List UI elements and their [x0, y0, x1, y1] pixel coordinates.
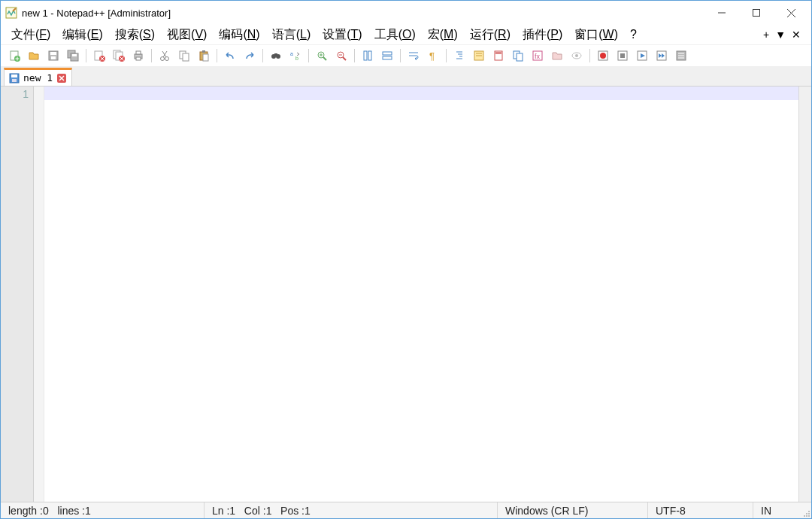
tab[interactable]: new 1	[4, 68, 72, 86]
menubar-overflow-button[interactable]: ▼	[775, 29, 786, 41]
folder-workspace-button[interactable]	[548, 47, 566, 65]
save-macro-icon	[675, 50, 687, 62]
redo-button[interactable]	[241, 47, 259, 65]
menu-settings[interactable]: 设置(T)	[317, 26, 368, 44]
menu-plugins[interactable]: 插件(P)	[517, 26, 568, 44]
svg-rect-51	[383, 56, 392, 59]
close-all-button[interactable]	[110, 47, 128, 65]
undo-button[interactable]	[221, 47, 239, 65]
tabbar: new 1	[1, 67, 811, 86]
close-file-button[interactable]	[90, 47, 108, 65]
menu-language[interactable]: 语言(L)	[266, 26, 317, 44]
udl-button[interactable]	[470, 47, 488, 65]
svg-point-27	[161, 57, 165, 61]
menu-file[interactable]: 文件(F)	[5, 26, 56, 44]
save-macro-button[interactable]	[672, 47, 690, 65]
menu-macro[interactable]: 宏(M)	[422, 26, 464, 44]
indent-guide-button[interactable]	[450, 47, 468, 65]
copy-button[interactable]	[175, 47, 193, 65]
menubar-close-tab-button[interactable]: ✕	[792, 29, 801, 41]
svg-rect-84	[12, 79, 17, 82]
titlebar: new 1 - Notepad++ [Administrator]	[1, 1, 811, 25]
replace-icon: ab	[289, 50, 301, 62]
resize-grip[interactable]	[798, 502, 811, 518]
maximize-button[interactable]	[739, 2, 774, 24]
monitoring-button[interactable]	[568, 47, 586, 65]
menu-search[interactable]: 搜索(S)	[109, 26, 161, 44]
tab-close-button[interactable]	[56, 73, 67, 83]
menubar-plus-button[interactable]: +	[763, 29, 769, 41]
print-button[interactable]	[129, 47, 147, 65]
svg-text:fx: fx	[535, 53, 541, 60]
svg-line-30	[162, 51, 166, 57]
menu-encoding[interactable]: 编码(N)	[213, 26, 265, 44]
open-button[interactable]	[25, 47, 43, 65]
svg-rect-62	[495, 52, 501, 54]
show-all-chars-button[interactable]: ¶	[424, 47, 442, 65]
folder-icon	[551, 50, 563, 62]
redo-icon	[244, 50, 256, 62]
function-list-button[interactable]: fx	[529, 47, 547, 65]
menu-edit[interactable]: 编辑(E)	[56, 26, 108, 44]
svg-rect-72	[620, 53, 625, 58]
svg-rect-14	[72, 54, 77, 56]
svg-rect-64	[517, 53, 523, 61]
svg-rect-26	[136, 57, 141, 60]
svg-point-68	[575, 54, 578, 57]
binoculars-icon	[270, 50, 282, 62]
play-macro-button[interactable]	[633, 47, 651, 65]
menu-window[interactable]: 窗口(W)	[568, 26, 624, 44]
status-eol[interactable]: Windows (CR LF)	[497, 502, 647, 518]
line-number-gutter: 1	[1, 86, 34, 502]
save-all-button[interactable]	[64, 47, 82, 65]
svg-rect-25	[136, 51, 141, 54]
paste-button[interactable]	[195, 47, 213, 65]
cut-button[interactable]	[156, 47, 174, 65]
doc-list-button[interactable]	[509, 47, 527, 65]
current-line-highlight	[44, 86, 798, 100]
zoom-in-icon	[316, 50, 328, 62]
close-file-icon	[93, 50, 105, 62]
undo-icon	[224, 50, 236, 62]
menu-view[interactable]: 视图(V)	[161, 26, 213, 44]
record-macro-button[interactable]	[594, 47, 612, 65]
save-button[interactable]	[44, 47, 62, 65]
new-button[interactable]	[5, 47, 23, 65]
status-mode[interactable]: IN	[753, 502, 798, 518]
open-folder-icon	[28, 50, 40, 62]
doc-map-button[interactable]	[489, 47, 508, 65]
play-multi-button[interactable]	[653, 47, 671, 65]
svg-marker-74	[641, 53, 645, 58]
stop-macro-button[interactable]	[614, 47, 632, 65]
app-icon	[5, 7, 17, 19]
pilcrow-icon: ¶	[427, 50, 439, 62]
eye-icon	[571, 50, 583, 62]
menu-help[interactable]: ?	[624, 26, 643, 43]
zoom-out-button[interactable]	[332, 47, 350, 65]
menubar: 文件(F) 编辑(E) 搜索(S) 视图(V) 编码(N) 语言(L) 设置(T…	[1, 25, 811, 44]
replace-button[interactable]: ab	[286, 47, 304, 65]
minimize-button[interactable]	[704, 2, 739, 24]
sync-h-scroll-button[interactable]	[378, 47, 396, 65]
status-length-lines: length : 0 lines : 1	[1, 502, 204, 518]
word-wrap-icon	[408, 50, 420, 62]
svg-rect-50	[383, 52, 392, 55]
status-encoding[interactable]: UTF-8	[647, 502, 753, 518]
menu-run[interactable]: 运行(R)	[464, 26, 517, 44]
cut-icon	[159, 50, 171, 62]
find-button[interactable]	[267, 47, 285, 65]
close-button[interactable]	[774, 2, 808, 24]
svg-point-28	[165, 57, 169, 61]
word-wrap-button[interactable]	[404, 47, 423, 65]
sync-v-scroll-button[interactable]	[359, 47, 377, 65]
stop-icon	[617, 50, 629, 62]
svg-rect-10	[50, 52, 56, 55]
zoom-in-button[interactable]	[313, 47, 331, 65]
indent-guide-icon	[453, 50, 465, 62]
svg-rect-32	[183, 53, 189, 61]
resize-grip-icon	[801, 508, 811, 518]
vertical-scrollbar[interactable]	[798, 86, 811, 502]
save-icon	[47, 50, 59, 62]
text-area[interactable]	[44, 86, 798, 502]
menu-tools[interactable]: 工具(O)	[368, 26, 422, 44]
